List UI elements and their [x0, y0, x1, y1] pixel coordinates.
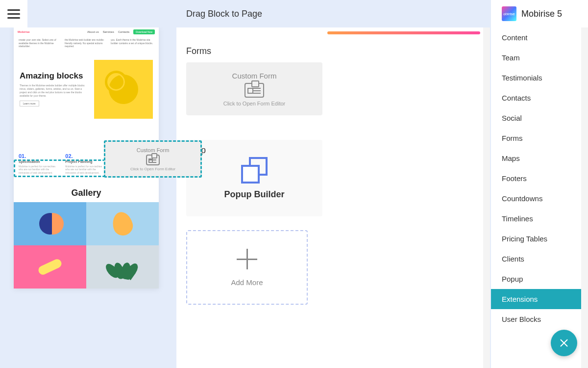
category-user-blocks[interactable]: User Blocks [491, 309, 588, 329]
form-icon [146, 155, 160, 165]
custom-form-block[interactable]: Custom Form Click to Open Form Editor [186, 62, 322, 115]
category-clients[interactable]: Clients [491, 249, 588, 269]
category-social[interactable]: Social [491, 108, 588, 128]
plus-icon [237, 249, 257, 269]
category-contacts[interactable]: Contacts [491, 88, 588, 108]
preview-nav: Mobirise About us Services Contacts Down… [14, 27, 159, 36]
category-maps[interactable]: Maps [491, 148, 588, 168]
category-team[interactable]: Team [491, 48, 588, 68]
category-countdowns[interactable]: Countdowns [491, 188, 588, 209]
center-scrollbar[interactable] [483, 27, 490, 368]
category-footers[interactable]: Footers [491, 168, 588, 188]
preview-gallery: Gallery [14, 182, 159, 289]
dragging-block-ghost[interactable]: Custom Form Click to Open Form Editor [104, 140, 202, 178]
category-popup[interactable]: Popup [491, 269, 588, 289]
hero-image [94, 60, 153, 119]
category-forms[interactable]: Forms [491, 128, 588, 148]
brand-icon: obirise [502, 6, 516, 21]
blocks-panel[interactable]: Forms Custom Form Click to Open Form Edi… [176, 27, 490, 368]
categories-panel[interactable]: ContentTeamTestimonialsContactsSocialFor… [491, 27, 588, 368]
brand-area: obirise Mobirise 5 [491, 0, 588, 27]
brand-text: Mobirise 5 [521, 9, 562, 19]
category-testimonials[interactable]: Testimonials [491, 68, 588, 88]
category-content[interactable]: Content [491, 27, 588, 48]
close-button[interactable] [551, 330, 577, 356]
menu-button[interactable] [0, 0, 27, 27]
category-extensions[interactable]: Extensions [491, 289, 588, 309]
preview-columns: create your own site. Select one of avai… [14, 36, 159, 53]
category-timelines[interactable]: Timelines [491, 209, 588, 229]
popup-builder-block[interactable]: Popup Builder [186, 140, 322, 216]
add-more-button[interactable]: Add More [186, 230, 308, 305]
forms-section-label: Forms [176, 34, 490, 62]
right-scrollbar[interactable] [581, 27, 588, 368]
form-icon [245, 83, 264, 98]
page-preview-panel: Mobirise About us Services Contacts Down… [0, 27, 176, 368]
preview-hero: Amazing blocks Themes in the Mobirise we… [14, 53, 159, 126]
popup-icon [241, 157, 268, 184]
category-pricing-tables[interactable]: Pricing Tables [491, 229, 588, 249]
